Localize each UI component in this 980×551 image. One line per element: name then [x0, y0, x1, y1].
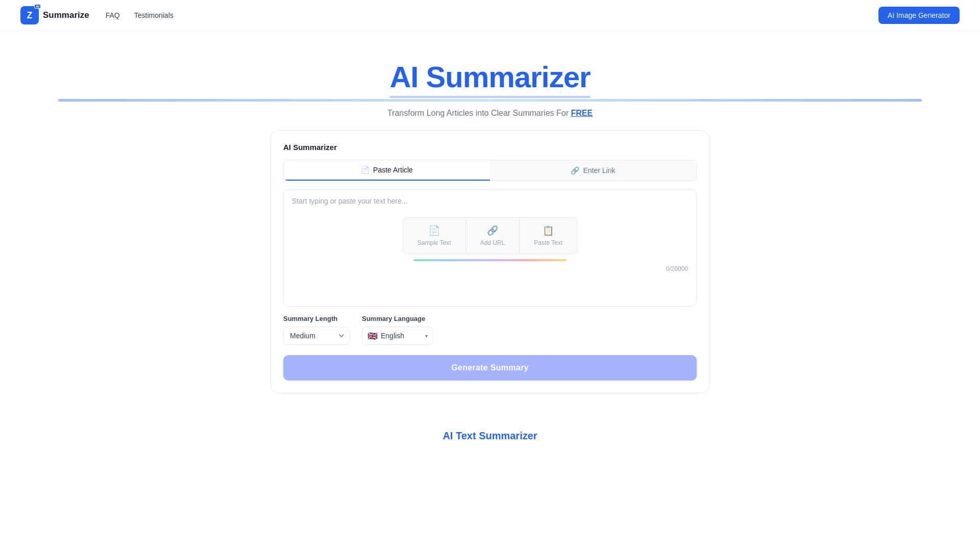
- sample-text-icon: 📄: [429, 225, 440, 236]
- ai-badge: AI: [34, 4, 41, 9]
- text-input-area[interactable]: Start typing or paste your text here... …: [283, 189, 697, 307]
- summary-length-label: Summary Length: [283, 315, 350, 322]
- summary-length-select[interactable]: Short Medium Long: [283, 327, 350, 345]
- hero-subtitle: Transform Long Articles into Clear Summa…: [10, 109, 970, 118]
- navigation: Z AI Summarize FAQ Testimonials AI Image…: [0, 0, 980, 31]
- settings-row: Summary Length Short Medium Long Summary…: [283, 315, 697, 345]
- logo[interactable]: Z AI Summarize: [20, 6, 89, 24]
- tab-enter-link-label: Enter Link: [583, 166, 615, 174]
- sample-text-label: Sample Text: [418, 239, 451, 246]
- bottom-label: AI Text Summarizer: [0, 410, 980, 462]
- add-url-label: Add URL: [480, 239, 505, 246]
- sample-text-button[interactable]: 📄 Sample Text: [403, 217, 466, 254]
- summary-language-label: Summary Language: [362, 315, 433, 322]
- language-flag: 🇬🇧: [368, 331, 378, 341]
- ai-image-generator-button[interactable]: AI Image Generator: [878, 7, 960, 24]
- nav-testimonials[interactable]: Testimonials: [134, 11, 174, 19]
- language-select[interactable]: English Spanish French German: [381, 327, 422, 344]
- nav-faq[interactable]: FAQ: [106, 11, 120, 19]
- paste-text-label: Paste Text: [534, 239, 562, 246]
- tab-bar: 📄 Paste Article 🔗 Enter Link: [283, 160, 697, 181]
- enter-link-icon: 🔗: [571, 166, 579, 174]
- paste-article-icon: 📄: [361, 166, 370, 174]
- hero-title: AI Summarizer: [389, 60, 590, 98]
- summarizer-card: AI Summarizer 📄 Paste Article 🔗 Enter Li…: [271, 130, 709, 393]
- card-title: AI Summarizer: [283, 143, 697, 152]
- tab-enter-link[interactable]: 🔗 Enter Link: [490, 160, 696, 181]
- add-url-icon: 🔗: [487, 225, 498, 236]
- char-count: 0/20000: [292, 265, 688, 272]
- logo-name: Summarize: [43, 10, 89, 20]
- paste-text-icon: 📋: [543, 225, 554, 236]
- color-bar-decoration: [413, 259, 567, 261]
- language-chevron-icon: ▾: [425, 333, 428, 339]
- generate-summary-button[interactable]: Generate Summary: [283, 355, 697, 381]
- logo-icon: Z AI: [20, 6, 39, 24]
- hero-section: AI Summarizer Transform Long Articles in…: [0, 31, 980, 130]
- summary-language-group: Summary Language 🇬🇧 English Spanish Fren…: [362, 315, 433, 345]
- center-action-buttons: 📄 Sample Text 🔗 Add URL 📋 Paste Text: [292, 217, 688, 254]
- language-select-wrap[interactable]: 🇬🇧 English Spanish French German ▾: [362, 327, 433, 345]
- summary-length-group: Summary Length Short Medium Long: [283, 315, 350, 345]
- tab-paste-article[interactable]: 📄 Paste Article: [284, 160, 490, 181]
- paste-text-button[interactable]: 📋 Paste Text: [520, 217, 577, 254]
- add-url-button[interactable]: 🔗 Add URL: [466, 217, 520, 254]
- tab-paste-article-label: Paste Article: [373, 166, 413, 174]
- textarea-placeholder: Start typing or paste your text here...: [292, 197, 688, 205]
- nav-links: FAQ Testimonials: [106, 11, 878, 19]
- hero-underline-decoration: [58, 99, 922, 102]
- free-link[interactable]: FREE: [571, 109, 593, 117]
